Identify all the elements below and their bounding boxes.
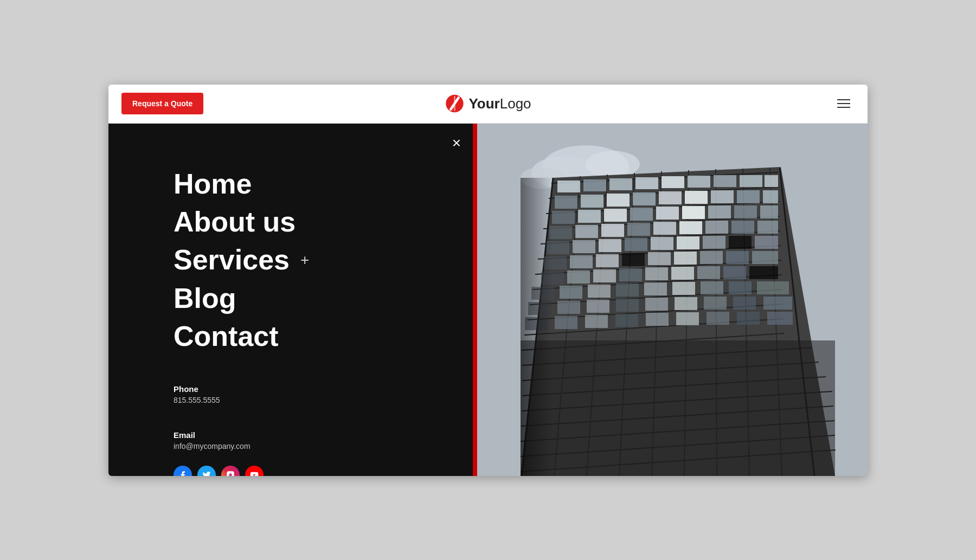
logo-light: Logo (500, 95, 531, 112)
svg-rect-115 (587, 300, 609, 313)
phone-label: Phone (174, 384, 477, 394)
svg-rect-89 (622, 253, 645, 266)
nav-item-blog[interactable]: Blog (174, 281, 477, 315)
svg-rect-119 (704, 297, 727, 310)
nav-link-about[interactable]: About us (174, 205, 477, 239)
svg-rect-80 (625, 238, 647, 251)
svg-rect-105 (560, 286, 582, 299)
svg-rect-91 (674, 252, 697, 265)
email-value: info@mycompany.com (174, 442, 477, 450)
nav-item-services[interactable]: Services + (174, 243, 477, 276)
svg-rect-116 (616, 299, 639, 312)
nav-item-about[interactable]: About us (174, 205, 477, 239)
social-instagram-button[interactable] (221, 466, 240, 475)
hamburger-line-2 (837, 103, 850, 104)
nav-services-label: Services (174, 243, 290, 276)
hamburger-button[interactable] (833, 95, 855, 112)
hamburger-line-3 (837, 107, 850, 108)
svg-rect-57 (737, 190, 760, 203)
svg-rect-87 (570, 255, 593, 268)
svg-rect-75 (731, 221, 754, 234)
nav-drawer: × Home About us Services + Blog (108, 124, 477, 476)
svg-rect-88 (596, 254, 619, 267)
svg-rect-96 (567, 271, 590, 284)
nav-link-home[interactable]: Home (174, 167, 477, 201)
email-label: Email (174, 430, 477, 440)
svg-rect-49 (765, 175, 778, 187)
svg-rect-94 (752, 251, 778, 264)
svg-rect-132 (521, 178, 553, 476)
svg-rect-62 (630, 208, 653, 221)
svg-rect-92 (700, 251, 723, 264)
svg-rect-112 (757, 281, 789, 294)
contact-info-email: Email info@mycompany.com (174, 430, 477, 450)
svg-rect-117 (645, 298, 668, 311)
social-twitter-button[interactable] (197, 466, 216, 475)
phone-value: 815.555.5555 (174, 396, 477, 404)
nav-link-blog[interactable]: Blog (174, 281, 477, 315)
nav-link-services[interactable]: Services + (174, 243, 477, 276)
main-content: × Home About us Services + Blog (108, 124, 868, 476)
svg-rect-72 (653, 222, 676, 235)
building-svg (477, 124, 868, 476)
svg-rect-93 (726, 251, 749, 264)
request-quote-button[interactable]: Request a Quote (121, 93, 203, 114)
svg-rect-58 (763, 190, 778, 203)
svg-rect-83 (703, 236, 725, 249)
building-facade (477, 124, 868, 476)
svg-rect-47 (714, 175, 736, 187)
svg-rect-51 (581, 195, 603, 208)
svg-rect-45 (662, 176, 684, 188)
svg-rect-106 (588, 285, 611, 298)
svg-rect-130 (767, 312, 793, 325)
svg-rect-42 (583, 179, 606, 191)
svg-rect-50 (555, 196, 577, 209)
svg-rect-67 (760, 205, 778, 218)
svg-rect-48 (740, 175, 762, 187)
svg-rect-73 (679, 221, 702, 234)
svg-rect-76 (757, 221, 778, 234)
close-nav-button[interactable]: × (452, 134, 461, 152)
header: Request a Quote YourLogo (108, 85, 868, 124)
svg-rect-114 (557, 301, 580, 314)
svg-rect-127 (676, 312, 699, 325)
logo-icon (445, 94, 464, 113)
svg-rect-46 (688, 176, 710, 188)
nav-link-contact[interactable]: Contact (174, 319, 477, 353)
svg-rect-44 (635, 177, 658, 189)
svg-rect-131 (521, 340, 835, 476)
services-expand-icon[interactable]: + (300, 251, 309, 269)
svg-rect-107 (616, 284, 639, 297)
svg-rect-90 (648, 252, 671, 265)
social-facebook-button[interactable] (174, 466, 192, 475)
svg-rect-101 (697, 266, 720, 279)
svg-rect-128 (707, 312, 729, 325)
svg-rect-56 (711, 190, 734, 203)
svg-rect-120 (733, 297, 756, 310)
svg-rect-102 (723, 266, 746, 279)
svg-rect-126 (646, 313, 669, 326)
logo-area: YourLogo (445, 94, 531, 113)
logo-bold: Your (468, 95, 499, 112)
svg-rect-81 (651, 237, 673, 250)
nav-item-home[interactable]: Home (174, 167, 477, 201)
svg-rect-85 (755, 236, 778, 249)
nav-menu: Home About us Services + Blog Contact (174, 167, 477, 358)
svg-rect-118 (675, 297, 697, 310)
svg-rect-82 (677, 236, 699, 249)
social-icons (174, 466, 477, 475)
svg-rect-53 (633, 192, 656, 205)
svg-rect-66 (734, 205, 757, 218)
hamburger-line-1 (837, 99, 850, 100)
svg-rect-64 (682, 206, 705, 219)
svg-rect-110 (701, 281, 723, 294)
nav-item-contact[interactable]: Contact (174, 319, 477, 353)
svg-rect-54 (659, 191, 682, 204)
social-youtube-button[interactable] (245, 466, 264, 475)
svg-rect-52 (607, 194, 630, 207)
svg-rect-74 (705, 221, 728, 234)
svg-rect-99 (645, 267, 668, 280)
svg-rect-111 (729, 281, 752, 294)
svg-rect-79 (599, 239, 621, 252)
svg-rect-125 (615, 314, 638, 327)
